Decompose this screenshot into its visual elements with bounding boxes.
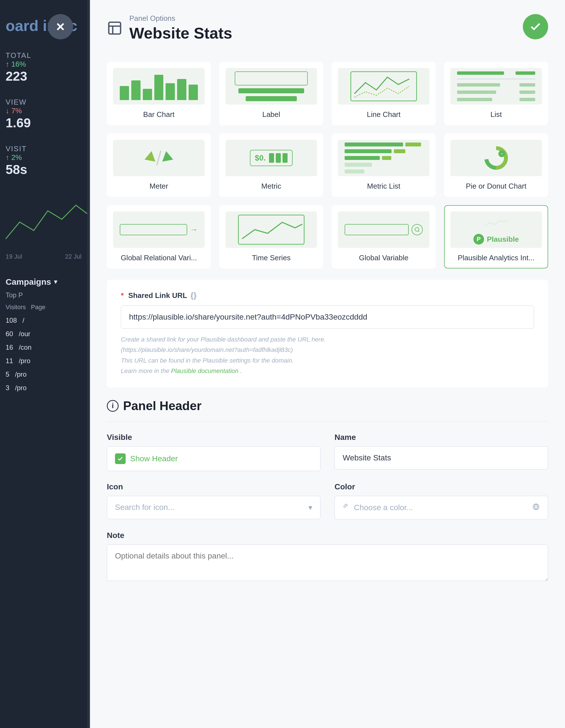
color-label: Color — [335, 482, 548, 491]
viz-pie-donut-preview: − — [450, 140, 542, 176]
viz-list-preview — [450, 68, 542, 105]
metric-icon: $0. — [235, 150, 308, 166]
list-icon — [457, 71, 535, 101]
bg-change-2: ↓ 7% — [6, 107, 82, 115]
svg-rect-5 — [351, 72, 417, 101]
template-icon: {} — [191, 291, 197, 300]
svg-text:−: − — [501, 152, 503, 156]
form-group-icon: Icon Search for icon... ▾ — [107, 482, 320, 520]
visible-label: Visible — [107, 433, 320, 442]
visualization-grid: Bar Chart Label Line Chart — [90, 53, 565, 280]
viz-plausible-label: Plausible Analytics Int... — [450, 254, 542, 262]
icon-placeholder: Search for icon... — [115, 503, 175, 512]
section-title: i Panel Header — [107, 399, 548, 422]
info-icon: i — [107, 400, 119, 412]
viz-time-series-preview — [225, 211, 317, 248]
bg-change-3: ↑ 2% — [6, 153, 82, 162]
plausible-docs-link[interactable]: Plausible documentation — [171, 367, 239, 374]
color-picker[interactable]: Choose a color... — [335, 496, 548, 520]
background-sidebar: oard insic TOTAL ↑ 16% 223 VIEW ↓ 7% 1.6… — [0, 0, 87, 728]
viz-label[interactable]: Label — [219, 62, 323, 125]
required-indicator: * — [121, 291, 124, 300]
name-label: Name — [335, 433, 548, 442]
viz-global-relational-label: Global Relational Vari... — [113, 254, 205, 262]
form-group-note: Note — [107, 531, 548, 581]
form-group-name: Name — [335, 433, 548, 471]
metric-list-icon — [345, 143, 422, 173]
viz-global-variable[interactable]: Global Variable — [332, 205, 436, 268]
note-label: Note — [107, 531, 548, 540]
panel-title: Website Stats — [129, 24, 548, 42]
viz-metric-label: Metric — [225, 182, 317, 191]
bg-metric-label-2: VIEW — [6, 98, 82, 107]
viz-global-variable-preview — [338, 211, 430, 248]
show-header-checkbox[interactable]: Show Header — [107, 446, 320, 471]
eyedropper-icon — [343, 503, 349, 512]
bg-chart — [6, 194, 82, 250]
viz-meter[interactable]: Meter — [107, 134, 211, 197]
confirm-button[interactable] — [523, 14, 548, 39]
viz-pie-donut[interactable]: − Pie or Donut Chart — [444, 134, 548, 197]
icon-label: Icon — [107, 482, 320, 491]
viz-bar-chart[interactable]: Bar Chart — [107, 62, 211, 125]
shared-link-section: * Shared Link URL {} Create a shared lin… — [107, 280, 548, 388]
bg-change-1: ↑ 16% — [6, 60, 82, 69]
svg-rect-11 — [238, 215, 304, 244]
viz-metric-list[interactable]: Metric List — [332, 134, 436, 197]
panel-options-label: Panel Options — [129, 14, 548, 23]
viz-metric[interactable]: $0. Metric — [219, 134, 323, 197]
panel-container: Panel Options Website Stats — [90, 0, 565, 728]
viz-meter-label: Meter — [113, 182, 205, 191]
line-chart-icon — [338, 68, 430, 105]
note-textarea[interactable] — [107, 544, 548, 581]
viz-line-chart-label: Line Chart — [338, 110, 430, 119]
viz-metric-preview: $0. — [225, 140, 317, 176]
viz-metric-list-preview — [338, 140, 430, 176]
bg-value-2: 1.69 — [6, 115, 82, 130]
viz-plausible-preview: P Plausible — [450, 211, 542, 248]
bg-date-labels: 19 Jul 22 Jul — [6, 253, 82, 260]
viz-global-variable-label: Global Variable — [338, 254, 430, 262]
viz-meter-preview — [113, 140, 205, 176]
viz-bar-chart-preview — [113, 68, 205, 105]
panel-bar-icon — [107, 20, 123, 36]
viz-line-chart[interactable]: Line Chart — [332, 62, 436, 125]
chevron-down-icon: ▾ — [308, 503, 312, 512]
time-series-icon — [225, 211, 317, 248]
bar-chart-icon — [113, 68, 205, 105]
bg-value-1: 223 — [6, 69, 82, 84]
meter-icon — [144, 150, 173, 166]
pie-donut-icon: − — [450, 140, 542, 176]
viz-time-series[interactable]: Time Series — [219, 205, 323, 268]
viz-bar-chart-label: Bar Chart — [113, 110, 205, 119]
global-relational-icon: → — [120, 224, 198, 235]
viz-label-label: Label — [225, 110, 317, 119]
viz-pie-donut-label: Pie or Donut Chart — [450, 182, 542, 191]
viz-plausible[interactable]: P Plausible Plausible Analytics Int... — [444, 205, 548, 268]
svg-rect-2 — [109, 22, 121, 34]
name-input[interactable] — [335, 446, 548, 469]
panel-header-section: i Panel Header Visible Show Header Name — [90, 388, 565, 592]
color-placeholder: Choose a color... — [354, 503, 528, 512]
shared-link-label: * Shared Link URL {} — [121, 291, 534, 300]
bg-metric-label-1: TOTAL — [6, 51, 82, 60]
form-row-icon-color: Icon Search for icon... ▾ Color Choose a… — [107, 482, 548, 520]
close-button[interactable] — [48, 14, 73, 39]
svg-point-12 — [415, 228, 419, 231]
form-group-visible: Visible Show Header — [107, 433, 320, 471]
bg-value-3: 58s — [6, 162, 82, 177]
label-icon — [235, 71, 308, 101]
shared-link-input[interactable] — [121, 306, 534, 329]
svg-line-14 — [347, 505, 348, 506]
color-swatch-icon — [532, 503, 540, 513]
icon-select[interactable]: Search for icon... ▾ — [107, 496, 320, 519]
viz-global-relational-preview: → — [113, 211, 205, 248]
bg-metric-label-3: VISIT — [6, 144, 82, 153]
shared-link-hint: Create a shared link for your Plausible … — [121, 334, 534, 376]
viz-label-preview — [225, 68, 317, 105]
viz-line-chart-preview — [338, 68, 430, 105]
viz-list[interactable]: List — [444, 62, 548, 125]
global-variable-icon — [345, 224, 422, 235]
viz-time-series-label: Time Series — [225, 254, 317, 262]
viz-global-relational[interactable]: → Global Relational Vari... — [107, 205, 211, 268]
